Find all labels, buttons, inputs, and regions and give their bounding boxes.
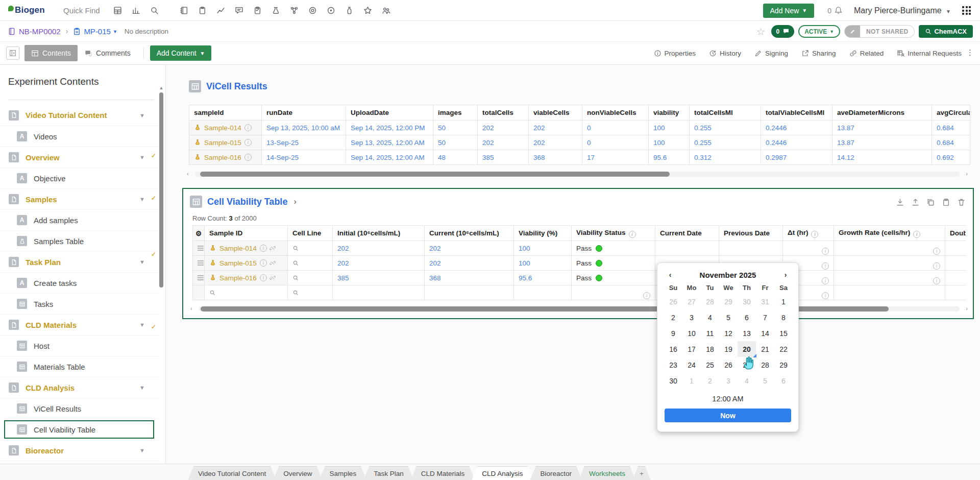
viability-cell[interactable]: 95.6 bbox=[514, 271, 572, 285]
unlink-icon[interactable] bbox=[270, 260, 276, 266]
info-icon[interactable]: i bbox=[629, 231, 636, 238]
notifications[interactable]: 0 bbox=[827, 6, 843, 15]
search-icon[interactable] bbox=[292, 275, 328, 281]
nav-search-icon[interactable] bbox=[150, 6, 159, 15]
chevron-down-icon[interactable]: ▼ bbox=[139, 385, 145, 391]
search-icon[interactable] bbox=[292, 245, 328, 252]
sidebar-item-videos[interactable]: A Videos bbox=[0, 126, 159, 147]
cell-line-cell[interactable] bbox=[288, 271, 333, 285]
calendar-day[interactable]: 15 bbox=[774, 325, 793, 341]
calendar-day[interactable]: 10 bbox=[682, 325, 701, 341]
vicell-results-title[interactable]: ViCell Results bbox=[206, 81, 267, 92]
info-icon[interactable]: i bbox=[244, 154, 252, 161]
calendar-day[interactable]: 16 bbox=[664, 341, 682, 357]
sidebar-item-samples-table[interactable]: Samples Table bbox=[0, 230, 159, 251]
growth-rate-cell[interactable]: i bbox=[834, 241, 945, 256]
chevron-right-icon[interactable]: › bbox=[293, 197, 296, 206]
sample-id-cell[interactable]: Sample-015i bbox=[205, 256, 288, 271]
nav-bar-chart-icon[interactable] bbox=[132, 6, 140, 15]
initial-cell[interactable]: 202 bbox=[333, 256, 425, 271]
calendar-day[interactable]: 12 bbox=[719, 325, 738, 341]
calendar-day[interactable]: 26 bbox=[719, 357, 738, 373]
row-drag-handle[interactable] bbox=[193, 241, 205, 256]
info-icon[interactable]: i bbox=[933, 277, 940, 284]
initial-cell[interactable]: 385 bbox=[333, 271, 425, 285]
toolbar-properties[interactable]: Properties bbox=[654, 50, 696, 57]
scroll-left-icon[interactable]: ‹ bbox=[190, 305, 192, 311]
sidebar-item-video-tutorial-content[interactable]: Video Tutorial Content▼ bbox=[0, 105, 159, 126]
calendar-day[interactable]: 26 bbox=[664, 294, 682, 309]
sidebar-scrollbar[interactable]: ▲ ▼ bbox=[159, 85, 164, 478]
now-button[interactable]: Now bbox=[665, 409, 791, 422]
sidebar-item-objective[interactable]: A Objective bbox=[0, 167, 159, 188]
calendar-day[interactable]: 1 bbox=[682, 373, 701, 389]
sample-id-cell[interactable]: Sample-014i bbox=[205, 241, 288, 256]
calendar-day[interactable]: 5 bbox=[756, 373, 774, 389]
current-cell[interactable]: 368 bbox=[425, 271, 514, 285]
info-icon[interactable]: i bbox=[811, 231, 818, 238]
nav-notebook-icon[interactable] bbox=[180, 6, 188, 15]
add-content-button[interactable]: Add Content ▼ bbox=[150, 45, 212, 61]
initial-cell[interactable]: 202 bbox=[333, 241, 425, 256]
chevron-down-icon[interactable]: ▼ bbox=[139, 196, 145, 202]
copy-icon[interactable] bbox=[926, 198, 935, 207]
viability-cell[interactable]: 100 bbox=[514, 256, 572, 271]
sidebar-item-overview[interactable]: Overview▼ bbox=[0, 147, 159, 167]
calendar-day[interactable]: 11 bbox=[701, 325, 719, 341]
search-icon[interactable] bbox=[209, 290, 283, 296]
calendar-day[interactable]: 21 bbox=[756, 341, 774, 357]
sharing-badge[interactable]: NOT SHARED bbox=[844, 25, 915, 38]
add-tab-button[interactable]: + bbox=[632, 466, 651, 480]
sidebar-item-bioreactor[interactable]: Bioreactor▼ bbox=[0, 440, 159, 461]
sidebar-item-create-tasks[interactable]: A Create tasks bbox=[0, 272, 159, 293]
calendar-day[interactable]: 22 bbox=[774, 341, 793, 357]
toolbar-internal-requests[interactable]: Internal Requests bbox=[897, 50, 962, 57]
info-icon[interactable]: i bbox=[822, 277, 829, 284]
calendar-day[interactable]: 5 bbox=[719, 309, 738, 325]
info-icon[interactable]: i bbox=[822, 292, 829, 299]
doubling-cell[interactable] bbox=[945, 256, 966, 271]
delete-icon[interactable] bbox=[957, 198, 966, 207]
delta-t-cell[interactable]: i bbox=[783, 241, 834, 256]
tab-comments[interactable]: Comments bbox=[78, 45, 137, 61]
more-options-icon[interactable]: ⋮ bbox=[966, 48, 974, 57]
unlink-icon[interactable] bbox=[270, 275, 276, 281]
chevron-down-icon[interactable]: ▼ bbox=[139, 259, 145, 265]
bottom-tab-overview[interactable]: Overview bbox=[273, 466, 322, 480]
calendar-day[interactable]: 25 bbox=[701, 357, 719, 373]
calendar-day[interactable]: 31 bbox=[756, 294, 774, 309]
user-menu[interactable]: Mary Pierce-Burlingame ▼ bbox=[854, 6, 951, 15]
bottom-tab-bioreactor[interactable]: Bioreactor bbox=[530, 466, 582, 480]
vicell-sample-cell[interactable]: Sample-015i bbox=[189, 135, 262, 150]
calendar-next-icon[interactable]: › bbox=[779, 271, 792, 279]
calendar-day[interactable]: 6 bbox=[738, 309, 756, 325]
calendar-day[interactable]: 27 bbox=[682, 294, 701, 309]
viability-status-cell[interactable]: Pass bbox=[572, 256, 655, 271]
info-icon[interactable]: i bbox=[260, 274, 267, 281]
status-badge[interactable]: ACTIVE ▼ bbox=[798, 25, 840, 38]
tab-contents[interactable]: Contents bbox=[24, 45, 78, 61]
calendar-day[interactable]: 2 bbox=[701, 373, 719, 389]
viability-status-cell[interactable]: Pass bbox=[572, 271, 655, 285]
calendar-day-selected[interactable]: 20 bbox=[738, 341, 756, 357]
calendar-day[interactable]: 23 bbox=[664, 357, 682, 373]
calendar-day[interactable]: 17 bbox=[682, 341, 701, 357]
nav-chat-icon[interactable] bbox=[235, 6, 243, 15]
chevron-down-icon[interactable]: ▼ bbox=[139, 154, 145, 160]
sidebar-item-cld-analysis[interactable]: CLD Analysis▼ bbox=[0, 377, 159, 398]
calendar-day[interactable]: 2 bbox=[664, 309, 682, 325]
vicell-hscrollbar[interactable]: ‹ › bbox=[189, 172, 966, 177]
calendar-day[interactable]: 29 bbox=[774, 357, 793, 373]
calendar-time[interactable]: 12:00 AM bbox=[664, 395, 792, 403]
calendar-day[interactable]: 18 bbox=[701, 341, 719, 357]
viability-cell[interactable]: 100 bbox=[514, 241, 572, 256]
breadcrumb-notebook-link[interactable]: NB-MP0002 bbox=[19, 27, 61, 36]
chemacx-button[interactable]: ChemACX bbox=[919, 25, 973, 38]
nav-molecule-icon[interactable] bbox=[290, 6, 299, 15]
sidebar-item-host[interactable]: Host bbox=[0, 335, 159, 356]
bottom-tab-cld-materials[interactable]: CLD Materials bbox=[411, 466, 475, 480]
calendar-prev-icon[interactable]: ‹ bbox=[664, 271, 676, 279]
cell-line-search-cell[interactable] bbox=[288, 285, 333, 300]
nav-line-chart-icon[interactable] bbox=[216, 6, 225, 15]
row-drag-handle[interactable] bbox=[193, 256, 205, 271]
